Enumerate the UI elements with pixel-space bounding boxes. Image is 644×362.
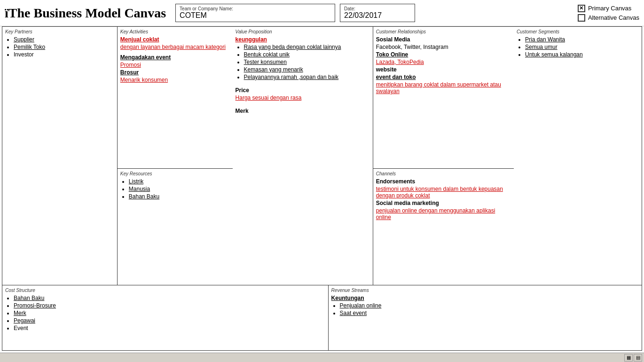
alternative-canvas-checkbox[interactable] [578, 14, 585, 22]
canvas-grid: Key Partners Supplier Pemilik Toko Inves… [0, 26, 644, 353]
key-activities-line1: Menjual coklat [120, 36, 230, 43]
list-item: Pegawai [14, 317, 325, 324]
channels-endorsements-desc: testimoni untuk konsumen dalam bentuk ke… [376, 186, 511, 199]
app-title: ïThe Business Model Canvas [5, 4, 166, 22]
channels-endorsements: Endorsements [376, 178, 511, 185]
key-activities-line3: Mengadakan event [120, 54, 230, 61]
channels-cell: Channels Endorsements testimoni untuk ko… [373, 169, 514, 285]
top-header: ïThe Business Model Canvas Team or Compa… [0, 0, 644, 26]
list-item: Bahan Baku [14, 295, 325, 301]
customer-segments-list: Pria dan Wanita Semua umur Untuk semua k… [517, 36, 639, 58]
channels-title: Channels [376, 171, 511, 176]
cost-structure-list: Bahan Baku Promosi-Brosure Merk Pegawai … [5, 295, 325, 331]
canvas-bottom-row: Cost Structure Bahan Baku Promosi-Brosur… [2, 285, 642, 351]
customer-segments-cell: Customer Segments Pria dan Wanita Semua … [514, 27, 642, 285]
cr-channels-group: Customer Relationships Sosial Media Face… [373, 27, 514, 285]
vp-price: Price [236, 87, 370, 94]
vp-price-desc: Harga sesuai dengan rasa [236, 94, 370, 101]
company-label: Team or Company Name: [180, 6, 331, 11]
date-label: Date: [344, 6, 411, 11]
customer-segments-title: Customer Segments [517, 29, 639, 34]
customer-relationships-cell: Customer Relationships Sosial Media Face… [373, 27, 514, 169]
channels-social-marketing-desc: penjualan online dengan menggunakan apli… [376, 207, 511, 220]
list-item: Kemasan yang menarik [244, 66, 370, 73]
date-value: 22/03/2017 [344, 11, 411, 20]
list-item: Bahan Baku [129, 193, 230, 200]
key-activities-line4: Promosi [120, 62, 230, 68]
statusbar-icon-2: ▤ [634, 354, 642, 362]
key-partners-title: Key Partners [5, 29, 114, 34]
company-field: Team or Company Name: COTEM [175, 4, 335, 22]
cr-social-media: Sosial Media [376, 36, 511, 43]
value-proposition-title: Value Proposition [236, 29, 370, 34]
customer-relationships-title: Customer Relationships [376, 29, 511, 34]
app-container: ïThe Business Model Canvas Team or Compa… [0, 0, 644, 362]
cr-social-media-desc: Facebook, Twitter, Instagram [376, 44, 511, 50]
cr-toko-online: Toko Online [376, 51, 511, 58]
cr-event-toko-desc: menitipkan barang coklat dalam supermark… [376, 81, 511, 94]
statusbar: ▦ ▤ [0, 353, 644, 362]
list-item: Saat event [340, 310, 639, 316]
revenue-streams-title: Revenue Streams [331, 288, 639, 293]
key-resources-list: Listrik Manusia Bahan Baku [120, 178, 230, 200]
primary-canvas-checkbox[interactable] [578, 5, 585, 12]
list-item: Promosi-Brosure [14, 302, 325, 309]
cost-structure-title: Cost Structure [5, 288, 325, 293]
list-item: Pelayanannya ramah ,sopan dan baik [244, 74, 370, 80]
key-activities-line2: dengan layanan berbagai macam kategori [120, 44, 230, 50]
list-item: Manusia [129, 186, 230, 192]
company-value: COTEM [180, 11, 331, 20]
cr-toko-online-desc: Lazada, TokoPedia [376, 59, 511, 65]
list-item: Bentuk coklat unik [244, 51, 370, 58]
canvas-top-row: Key Partners Supplier Pemilik Toko Inves… [2, 26, 642, 285]
list-item: Event [14, 325, 325, 331]
vp-bold-line1: keunggulan [236, 36, 370, 43]
key-activities-line6: Menarik konsumen [120, 77, 230, 83]
list-item: Rasa yang beda dengan coklat lainnya [244, 44, 370, 50]
list-item: Pria dan Wanita [525, 36, 639, 43]
key-resources-title: Key Resources [120, 171, 230, 176]
list-item: Listrik [129, 178, 230, 185]
list-item: Tester konsumen [244, 59, 370, 65]
cost-structure-cell: Cost Structure Bahan Baku Promosi-Brosur… [2, 285, 329, 350]
revenue-streams-cell: Revenue Streams Keuntungan Penjualan onl… [329, 285, 642, 350]
value-proposition-cell: Value Proposition keunggulan Rasa yang b… [233, 27, 373, 285]
alternative-canvas-option[interactable]: Alternative Canvas [578, 14, 639, 22]
list-item: Supplier [14, 36, 114, 43]
primary-canvas-option[interactable]: Primary Canvas [578, 5, 639, 12]
statusbar-icon-1: ▦ [624, 354, 633, 362]
title-text: ïThe Business Model Canvas [5, 6, 166, 21]
key-activities-cell: Key Activities Menjual coklat dengan lay… [118, 27, 233, 169]
channels-social-marketing: Social media marketing [376, 200, 511, 206]
vp-merk: Merk [236, 108, 370, 114]
list-item: Merk [14, 310, 325, 316]
list-item: Semua umur [525, 44, 639, 50]
list-item: Pemilik Toko [14, 44, 114, 50]
key-partners-list: Supplier Pemilik Toko Investor [5, 36, 114, 58]
header-fields: Team or Company Name: COTEM Date: 22/03/… [175, 4, 573, 22]
key-resources-cell: Key Resources Listrik Manusia Bahan Baku [118, 169, 233, 285]
statusbar-icons: ▦ ▤ [624, 354, 642, 362]
date-field: Date: 22/03/2017 [340, 4, 415, 22]
alternative-canvas-label: Alternative Canvas [588, 14, 639, 21]
canvas-options: Primary Canvas Alternative Canvas [578, 4, 639, 22]
primary-canvas-label: Primary Canvas [588, 5, 631, 12]
list-item: Untuk semua kalangan [525, 51, 639, 58]
revenue-streams-list: Penjualan online Saat event [331, 302, 639, 316]
list-item: Investor [14, 51, 114, 58]
cr-event-toko: event dan toko [376, 74, 511, 80]
revenue-keuntungan: Keuntungan [331, 295, 639, 301]
key-activities-group: Key Activities Menjual coklat dengan lay… [118, 27, 233, 285]
vp-list: Rasa yang beda dengan coklat lainnya Ben… [236, 44, 370, 80]
key-activities-line5: Brosur [120, 69, 230, 76]
cr-website: website [376, 66, 511, 73]
key-partners-cell: Key Partners Supplier Pemilik Toko Inves… [2, 27, 118, 285]
key-activities-title: Key Activities [120, 29, 230, 34]
list-item: Penjualan online [340, 302, 639, 309]
